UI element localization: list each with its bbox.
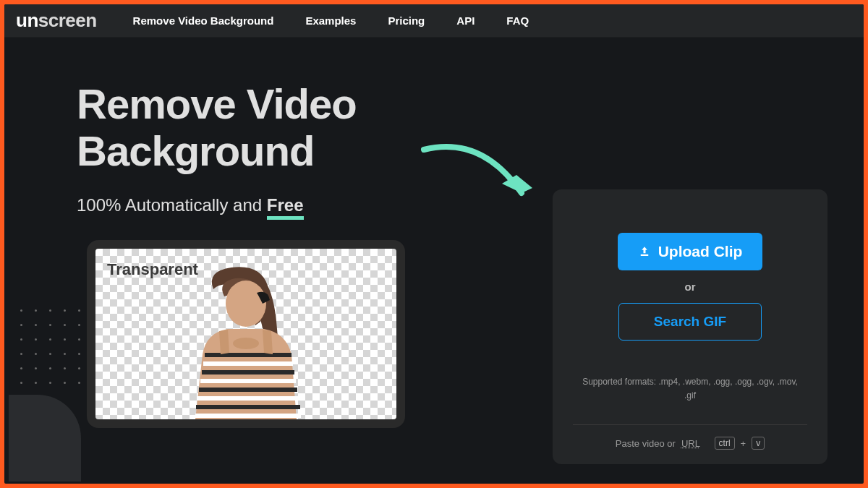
nav-link-faq[interactable]: FAQ [506, 14, 529, 27]
svg-rect-8 [195, 414, 301, 418]
subhead-prefix: 100% Automatically and [77, 195, 267, 215]
navbar: unscreen Remove Video Background Example… [4, 4, 864, 38]
headline-line2: Background [77, 127, 314, 174]
svg-rect-5 [199, 388, 297, 392]
person-illustration [163, 260, 329, 419]
upload-section: Upload Clip or Search GIF Supported form… [553, 189, 827, 484]
svg-point-0 [226, 281, 266, 327]
svg-rect-1 [205, 353, 292, 357]
paste-url-link[interactable]: URL [681, 438, 700, 449]
svg-rect-4 [200, 379, 296, 383]
kbd-ctrl: ctrl [715, 437, 735, 450]
kbd-v: v [752, 437, 765, 450]
nav-link-examples[interactable]: Examples [305, 14, 356, 27]
upload-clip-button[interactable]: Upload Clip [618, 233, 763, 270]
preview-monitor: Transparent [87, 240, 405, 428]
upload-button-label: Upload Clip [658, 243, 743, 260]
search-gif-button[interactable]: Search GIF [618, 303, 762, 341]
svg-point-9 [233, 338, 259, 349]
svg-rect-3 [202, 370, 294, 374]
logo[interactable]: unscreen [16, 9, 97, 32]
nav-link-remove-bg[interactable]: Remove Video Background [133, 14, 274, 27]
logo-prefix: un [16, 9, 38, 31]
main-content: Remove Video Background 100% Automatical… [4, 38, 864, 484]
paste-hint: Paste video or URL ctrl + v [573, 424, 807, 450]
preview-canvas: Transparent [95, 249, 396, 419]
svg-rect-2 [203, 361, 293, 366]
nav-links: Remove Video Background Examples Pricing… [133, 14, 529, 27]
nav-link-pricing[interactable]: Pricing [388, 14, 425, 27]
svg-rect-10 [640, 254, 648, 256]
upload-panel: Upload Clip or Search GIF Supported form… [553, 189, 827, 464]
subhead-free: Free [267, 195, 304, 220]
kbd-plus: + [741, 438, 746, 449]
upload-icon [638, 245, 651, 258]
arrow-icon [417, 139, 547, 218]
svg-rect-6 [197, 396, 299, 401]
paste-prefix: Paste video or [616, 438, 676, 449]
hero-section: Remove Video Background 100% Automatical… [77, 81, 511, 484]
headline-line1: Remove Video [77, 80, 357, 127]
page-frame: unscreen Remove Video Background Example… [0, 0, 868, 488]
nav-link-api[interactable]: API [456, 14, 475, 27]
supported-formats: Supported formats: .mp4, .webm, .ogg, .o… [573, 375, 807, 403]
logo-suffix: screen [38, 9, 97, 31]
app-container: unscreen Remove Video Background Example… [4, 4, 864, 484]
svg-rect-7 [196, 405, 300, 409]
or-divider: or [685, 281, 696, 293]
